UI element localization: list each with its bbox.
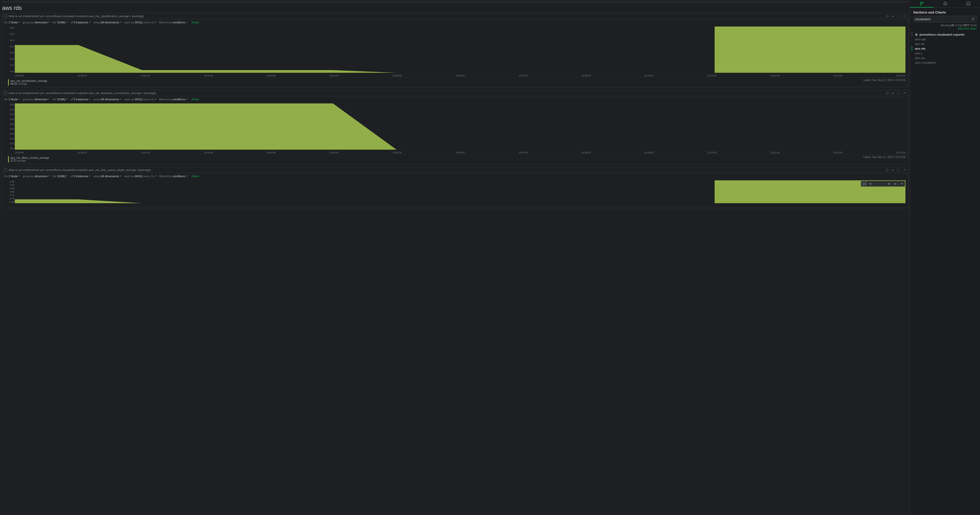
legend-name[interactable]: aws_rds_cpuutilization_average (10, 80, 47, 82)
dimensions-selector[interactable]: using All dimensions (93, 98, 121, 101)
chart-plot-area[interactable]: 43.042.041.040.039.038.037.036.0 18:59:0… (2, 26, 908, 77)
sidebar-list: ◐prometheus cloudwatch exporteraws ngwaw… (910, 32, 980, 65)
sort-icon[interactable]: ↓ (4, 158, 5, 161)
y-axis: 43.042.041.040.039.038.037.036.0 (3, 27, 14, 73)
reset-button[interactable]: Reset (192, 21, 199, 24)
fullscreen-icon[interactable]: ⛶ (897, 91, 900, 95)
collapse-icon[interactable]: ▭ (891, 168, 894, 172)
latest-timestamp: Latest: Tue, Mar 21, 2023 • 19:13:00 (864, 79, 905, 81)
x-axis: 18:59:0019:00:0019:01:0019:02:0019:03:00… (15, 151, 905, 154)
instances-selector[interactable]: of 5 Instances (70, 175, 91, 178)
chart-header: Help is not implemented yet • prometheus… (2, 90, 908, 96)
chart-footer: ↓ aws_rds_dtbse_cnnctns_average 17.5aver… (2, 154, 908, 164)
sort-icon[interactable]: ↓ (4, 81, 5, 84)
tag-icon[interactable] (4, 14, 7, 18)
zoom-out-icon[interactable]: ⊖ (892, 181, 899, 186)
filter-selector[interactable]: filtered by conditions (159, 21, 188, 24)
chart-breadcrumb: Help is not implemented yet • prometheus… (9, 14, 885, 18)
dimensions-selector[interactable]: using All dimensions (93, 175, 121, 178)
reset-button[interactable]: Reset (192, 98, 199, 101)
tab-info[interactable] (957, 0, 980, 8)
search-results-count: Showing 42 of total 1977 charts (910, 24, 980, 27)
svg-rect-0 (920, 2, 921, 3)
sidebar: Sections and Charts ✕ Showing 42 of tota… (910, 0, 980, 515)
chart-header: Help is not implemented yet • prometheus… (2, 13, 908, 19)
chart-controls: On 1 Node group by dimension the SUM() o… (2, 173, 908, 179)
filter-selector[interactable]: filtered by conditions (159, 98, 188, 101)
chart-breadcrumb: Help is not implemented yet • prometheus… (9, 168, 885, 172)
top-search-bar[interactable] (2, 1, 908, 3)
latest-timestamp: Latest: Tue, Mar 21, 2023 • 19:13:00 (864, 156, 905, 158)
page-title: aws rds (2, 5, 908, 11)
y-axis: 0.950.900.850.800.750.700.65 (3, 180, 14, 203)
share-icon[interactable]: ↗ (902, 168, 906, 172)
chart-plot-area[interactable]: 0.950.900.850.800.750.700.65 ▭ ⊕ ← → ⊕ ⊖… (2, 179, 908, 208)
clear-search-icon[interactable]: ✕ (971, 17, 975, 21)
sidebar-tabs (910, 0, 980, 8)
y-axis: 36.034.032.030.028.026.024.022.020.018.0 (3, 104, 14, 150)
chart-header: Help is not implemented yet • prometheus… (2, 167, 908, 173)
tab-sections[interactable] (910, 0, 934, 8)
search-input-wrap: ✕ (913, 16, 977, 22)
tab-alerts[interactable] (934, 0, 957, 8)
main-content: aws rds Help is not implemented yet • pr… (0, 0, 910, 515)
info-icon[interactable]: ⓘ (885, 168, 889, 172)
instances-selector[interactable]: of 5 Instances (70, 98, 91, 101)
sidebar-item[interactable]: aws nlb (912, 41, 980, 46)
agg-selector[interactable]: the SUM() (52, 98, 68, 101)
eachas-selector[interactable]: each as AVG() every 2s (124, 21, 157, 24)
agg-selector[interactable]: the SUM() (52, 21, 68, 24)
groupby-selector[interactable]: group by dimension (22, 21, 50, 24)
pan-tool-icon[interactable]: ⊕ (867, 181, 873, 186)
instances-selector[interactable]: of 5 Instances (70, 21, 91, 24)
collapse-icon[interactable]: ▭ (891, 14, 894, 18)
zoom-in-icon[interactable]: ⊕ (886, 181, 892, 186)
svg-rect-2 (920, 4, 921, 5)
pan-right-icon[interactable]: → (880, 181, 886, 186)
chart-panel-cpu: Help is not implemented yet • prometheus… (2, 13, 908, 87)
sidebar-item[interactable]: yace cloudwatch (912, 60, 980, 65)
sidebar-item[interactable]: aws rds (912, 46, 980, 51)
share-icon[interactable]: ↗ (902, 91, 906, 95)
tag-icon[interactable] (4, 91, 7, 94)
agg-selector[interactable]: the SUM() (52, 175, 68, 178)
share-icon[interactable]: ↗ (902, 14, 906, 18)
eachas-selector[interactable]: each as AVG() every 2s (124, 98, 157, 101)
sidebar-item[interactable]: ◐prometheus cloudwatch exporter (912, 32, 980, 37)
eachas-selector[interactable]: each as AVG() every 2s (124, 175, 157, 178)
dimensions-selector[interactable]: using All dimensions (93, 21, 121, 24)
x-axis: 18:59:0019:00:0019:01:0019:02:0019:03:00… (15, 74, 905, 77)
filter-selector[interactable]: filtered by conditions (159, 175, 188, 178)
sidebar-item[interactable]: aws s (912, 51, 980, 56)
info-icon[interactable]: ⓘ (885, 14, 889, 18)
node-selector[interactable]: On 1 Node (4, 175, 20, 178)
section-icon: ◐ (915, 33, 918, 36)
chart-panel-connections: Help is not implemented yet • prometheus… (2, 90, 908, 164)
groupby-selector[interactable]: group by dimension (22, 175, 50, 178)
tag-icon[interactable] (4, 168, 7, 172)
resize-grip[interactable]: ⋰ (905, 84, 907, 86)
fullscreen-icon[interactable]: ⛶ (897, 14, 900, 18)
chart-plot-area[interactable]: 36.034.032.030.028.026.024.022.020.018.0… (2, 102, 908, 154)
sidebar-title: Sections and Charts (910, 8, 980, 16)
search-input[interactable] (915, 18, 971, 21)
resize-grip[interactable]: ⋰ (905, 161, 907, 163)
pan-left-icon[interactable]: ← (873, 181, 880, 186)
node-selector[interactable]: On 1 Node (4, 21, 20, 24)
node-selector[interactable]: On 1 Node (4, 98, 20, 101)
chart-breadcrumb: Help is not implemented yet • prometheus… (9, 91, 885, 94)
reset-button[interactable]: Reset (192, 175, 199, 178)
add-more-charts-link[interactable]: Add more charts (910, 27, 980, 32)
chart-controls: On 1 Node group by dimension the SUM() o… (2, 96, 908, 102)
zoom-reset-icon[interactable]: ⟲ (899, 181, 905, 186)
chart-controls: On 1 Node group by dimension the SUM() o… (2, 19, 908, 26)
sidebar-item[interactable]: aws ngw (912, 37, 980, 41)
select-tool-icon[interactable]: ▭ (861, 181, 867, 186)
chart-zoom-toolbar: ▭ ⊕ ← → ⊕ ⊖ ⟲ (861, 181, 905, 187)
groupby-selector[interactable]: group by dimension (22, 98, 50, 101)
info-icon[interactable]: ⓘ (885, 91, 889, 95)
fullscreen-icon[interactable]: ⛶ (897, 168, 900, 172)
collapse-icon[interactable]: ▭ (891, 91, 894, 95)
sidebar-item[interactable]: aws vpc (912, 56, 980, 60)
legend-name[interactable]: aws_rds_dtbse_cnnctns_average (10, 156, 49, 159)
